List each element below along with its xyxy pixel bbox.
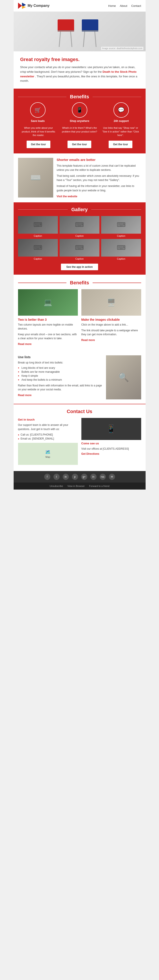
get-directions-link[interactable]: Get Directions <box>81 452 141 455</box>
intro-heading: Great royalty free images. <box>20 57 139 62</box>
gallery-item-0: ⌨ Caption <box>18 216 58 237</box>
benefits2-img-1[interactable]: 🖥️ <box>81 289 141 316</box>
phone-bullet: ● <box>18 434 19 436</box>
nav-home[interactable]: Home <box>108 4 116 8</box>
logo-text: My Company <box>28 4 50 8</box>
benefits2-title: Benefits <box>70 280 89 286</box>
benefit-btn-0[interactable]: Get the tour <box>27 141 50 148</box>
gallery-img-2[interactable]: ⌨ <box>101 216 141 234</box>
benefits2-link-0[interactable]: Read more <box>18 342 31 345</box>
contact-come-see: 📱 Come see us Visit our offices at [CLIE… <box>81 418 141 467</box>
lists-content: Use lists Break up long block of text in… <box>18 355 102 399</box>
lists-heading: Use lists <box>18 355 102 359</box>
benefit-label-1: Shop anywhere <box>70 119 89 123</box>
benefit-desc-1: What's in it for them? What's the proble… <box>61 126 98 137</box>
gallery-item-3: ⌨ Caption <box>18 239 58 260</box>
nav: Home About Contact <box>108 4 141 8</box>
header: My Company Home About Contact <box>14 0 146 12</box>
benefit-shop-anywhere: 📱 Shop anywhere <box>70 102 89 123</box>
email-wrapper: My Company Home About Contact <box>14 0 146 490</box>
bullet-item-1: Bullets are far more manageable <box>18 370 102 374</box>
shorter-para3: Instead of having all the information in… <box>57 184 141 192</box>
contact-section: Contact Us Get in touch Our support team… <box>14 404 146 471</box>
shorter-para2: That being said, consider which zones ar… <box>57 174 141 182</box>
footer-links: Unsubscribe View in Browser Forward to a… <box>14 482 146 490</box>
email-bullet: ● <box>18 438 19 440</box>
intro-body: Show your contacts what you do in your n… <box>20 65 139 83</box>
map-image[interactable]: 🗺️ Map <box>18 443 78 465</box>
contact-title: Contact Us <box>18 409 141 414</box>
come-see-image: 📱 <box>81 418 141 440</box>
bullet-list: Long blocks of text are scary Bullets ar… <box>18 366 102 382</box>
contact-email: ● Email us: [SENDER_EMAIL] <box>18 437 78 440</box>
benefits2-link-1[interactable]: Read more <box>81 339 95 342</box>
gallery-img-3[interactable]: ⌨ <box>18 239 58 256</box>
phone-icon: 📱 <box>72 102 87 118</box>
social-facebook[interactable]: f <box>44 474 50 480</box>
view-browser-link[interactable]: View in Browser <box>68 485 85 487</box>
nav-contact[interactable]: Contact <box>131 4 141 8</box>
shorter-para1: This template features a lot of custom z… <box>57 164 141 172</box>
benefits2-img-0[interactable]: 💻 <box>18 289 78 316</box>
come-see-body: Visit our offices at [CLIENTS.ADDRESS] <box>81 447 141 451</box>
contact-phone: ● Call us: [CLIENTS.PHONE] <box>18 433 78 436</box>
hero-chairs <box>53 12 106 51</box>
logo-icon <box>18 3 26 9</box>
benefits-descriptions: When you write about your product, think… <box>18 126 141 137</box>
gallery-img-0[interactable]: ⌨ <box>18 216 58 234</box>
logo-area: My Company <box>18 3 50 9</box>
benefits-title: Benefits <box>70 94 89 100</box>
forward-link[interactable]: Forward to a friend <box>89 485 109 487</box>
shorter-content: Shorter emails are better This template … <box>57 158 141 198</box>
unsubscribe-link[interactable]: Unsubscribe <box>49 485 63 487</box>
social-bar: f t in p g+ in rss ✉ <box>14 471 146 482</box>
contact-get-in-touch: Get in touch Our support team is able to… <box>18 418 78 467</box>
social-twitter[interactable]: t <box>54 474 60 480</box>
benefit-label-0: Save loads <box>31 119 45 123</box>
lists-image: 🔍 <box>106 355 141 399</box>
benefits2-item-1: 🖥️ Make the images clickable Click on th… <box>81 289 141 345</box>
gallery-btn-wrap: See the app in action <box>18 264 141 270</box>
social-email[interactable]: ✉ <box>109 474 115 480</box>
benefits-icons: 🛒 Save loads 📱 Shop anywhere 💬 24h suppo… <box>18 102 141 123</box>
benefit-btn-2[interactable]: Get the tour <box>109 141 132 148</box>
nav-about[interactable]: About <box>120 4 128 8</box>
visit-website-link[interactable]: Visit the website <box>57 195 77 198</box>
cart-icon: 🛒 <box>30 102 46 118</box>
gallery-item-4: ⌨ Caption <box>60 239 99 260</box>
contact-grid: Get in touch Our support team is able to… <box>18 418 141 467</box>
lists-link[interactable]: Read more <box>18 394 31 397</box>
benefit-support: 💬 24h support <box>113 102 129 123</box>
benefits2-text2-1: The link should take people to a webpage… <box>81 328 141 336</box>
benefits2-grid: 💻 Two is better than 3 Two column layout… <box>18 289 141 345</box>
benefits2-heading-1: Make the images clickable <box>81 318 141 321</box>
social-pinterest[interactable]: p <box>72 474 78 480</box>
social-instagram[interactable]: in <box>63 474 69 480</box>
gallery-button[interactable]: See the app in action <box>61 264 98 270</box>
social-googleplus[interactable]: g+ <box>81 474 87 480</box>
gallery-img-1[interactable]: ⌨ <box>60 216 99 234</box>
get-in-touch-heading: Get in touch <box>18 418 78 421</box>
gallery-caption-1: Caption <box>76 234 84 237</box>
shorter-heading: Shorter emails are better <box>57 158 141 162</box>
benefits2-heading-0: Two is better than 3 <box>18 318 78 321</box>
lists-intro: Break up long block of text into bullets… <box>18 361 102 364</box>
benefit-btn-1[interactable]: Get the tour <box>68 141 91 148</box>
gallery-img-4[interactable]: ⌨ <box>60 239 99 256</box>
gallery-item-5: ⌨ Caption <box>101 239 141 260</box>
hero-caption: Image source: deathtothestockphoto.com <box>101 47 143 50</box>
social-linkedin[interactable]: in <box>90 474 96 480</box>
bullet-item-3: And keep the bullets to a minimum <box>18 378 102 382</box>
gallery-img-5[interactable]: ⌨ <box>101 239 141 256</box>
gallery-caption-0: Caption <box>34 234 42 237</box>
bullet-item-0: Long blocks of text are scary <box>18 366 102 370</box>
svg-marker-2 <box>22 6 26 9</box>
social-rss[interactable]: rss <box>100 474 106 480</box>
svg-marker-0 <box>18 3 22 9</box>
benefit-desc-0: When you write about your product, think… <box>20 126 57 137</box>
lists-outro: Rather than flood them with information … <box>18 383 102 391</box>
hero-image: Image source: deathtothestockphoto.com <box>14 12 146 51</box>
come-see-heading: Come see us <box>81 442 141 445</box>
bullet-item-2: Keep it simple <box>18 374 102 378</box>
gallery-grid: ⌨ Caption ⌨ Caption ⌨ Caption ⌨ C <box>18 216 141 260</box>
